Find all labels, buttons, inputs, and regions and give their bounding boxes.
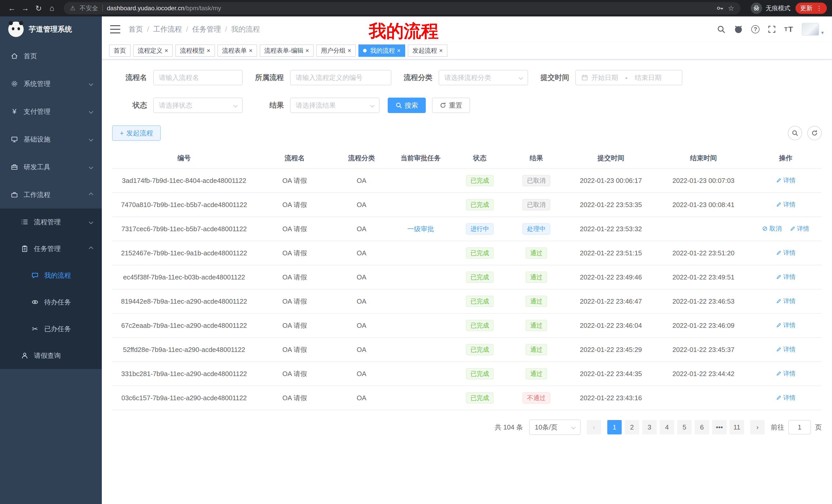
page-url[interactable]: dashboard.yudao.iocoder.cn/bpm/task/my (107, 5, 221, 12)
toggle-search-icon-button[interactable] (788, 126, 802, 140)
cell-result: 处理中 (508, 217, 565, 241)
page-button[interactable]: 4 (660, 420, 674, 435)
tab[interactable]: 首页 (109, 45, 131, 57)
goto-page-input[interactable] (788, 420, 811, 435)
tab-close-icon[interactable]: × (397, 48, 400, 54)
process-name-input[interactable] (159, 74, 237, 82)
category-select[interactable]: 请选择流程分类 (439, 70, 528, 85)
tab[interactable]: 发起流程 × (408, 45, 447, 57)
start-date-input[interactable]: 开始日期 (591, 73, 618, 82)
tab-close-icon[interactable]: × (347, 48, 351, 54)
detail-link[interactable]: 详情 (776, 321, 796, 329)
eye-icon (31, 298, 39, 306)
table-row: 7317cec6-7b9b-11ec-b5b7-acde48001122 OA … (112, 217, 822, 241)
detail-link[interactable]: 详情 (776, 394, 796, 402)
sidebar-item-my-process[interactable]: 我的流程 (0, 262, 102, 289)
update-button[interactable]: 更新 ⋮ (796, 3, 827, 14)
detail-link[interactable]: 详情 (776, 176, 796, 185)
sidebar-item-leave-query[interactable]: 请假查询 (0, 342, 102, 369)
tab[interactable]: 我的流程 × (358, 45, 405, 57)
table-row: 3ad174fb-7b9d-11ec-8404-acde48001122 OA … (112, 169, 822, 193)
page-button[interactable]: 3 (642, 420, 657, 435)
sidebar-item-process-mgmt[interactable]: 流程管理 (0, 208, 102, 235)
monitor-icon (10, 135, 19, 143)
hamburger-icon[interactable] (110, 25, 120, 33)
forward-icon[interactable]: → (19, 2, 32, 15)
sidebar-item-task-mgmt[interactable]: 任务管理 (0, 235, 102, 262)
detail-link[interactable]: 详情 (776, 345, 796, 354)
fullscreen-icon[interactable] (768, 25, 776, 33)
sidebar-item-workflow[interactable]: 工作流程 (0, 181, 102, 208)
current-task-link[interactable]: 一级审批 (407, 225, 434, 233)
page-size-select[interactable]: 10条/页 (529, 419, 580, 435)
avatar[interactable] (802, 23, 819, 36)
process-key-label: 所属流程 (249, 73, 290, 82)
tab-close-icon[interactable]: × (207, 48, 210, 54)
tab-close-icon[interactable]: × (306, 48, 309, 54)
next-page-button[interactable]: › (750, 420, 765, 435)
detail-link[interactable]: 详情 (790, 225, 809, 233)
cell-name: OA 请假 (256, 169, 333, 193)
end-date-input[interactable]: 结束日期 (635, 73, 661, 82)
cell-submit-time: 2022-01-22 23:53:32 (565, 217, 657, 241)
sidebar-item-todo-tasks[interactable]: 待办任务 (0, 289, 102, 315)
search-button[interactable]: 搜索 (388, 97, 426, 113)
sidebar-item-done-tasks[interactable]: ✂ 已办任务 (0, 315, 102, 342)
font-size-icon[interactable]: TT (784, 25, 794, 34)
sidebar-item-system[interactable]: 系统管理 (0, 70, 102, 97)
sidebar-item-home[interactable]: 首页 (0, 42, 102, 70)
browser-menu-icon[interactable]: ⋮ (816, 5, 822, 12)
incognito-badge: 无痕模式 (751, 3, 790, 14)
result-select[interactable]: 请选择流结果 (290, 97, 380, 113)
help-icon[interactable]: ? (751, 25, 759, 33)
process-key-input[interactable] (296, 74, 386, 82)
sidebar-item-payment[interactable]: ¥ 支付管理 (0, 97, 102, 125)
home-icon[interactable]: ⌂ (45, 2, 59, 15)
tab-close-icon[interactable]: × (439, 48, 443, 54)
sidebar-item-infra[interactable]: 基础设施 (0, 125, 102, 153)
user-menu[interactable]: ▾ (802, 23, 824, 36)
page-button[interactable]: 6 (695, 420, 709, 435)
tab-close-icon[interactable]: × (164, 48, 168, 54)
detail-link[interactable]: 详情 (776, 297, 796, 305)
page-button[interactable]: 1 (607, 420, 622, 435)
bookmark-star-icon[interactable]: ☆ (728, 4, 734, 12)
sidebar-item-devtools[interactable]: 研发工具 (0, 153, 102, 181)
password-key-icon[interactable] (716, 4, 724, 12)
cell-name: OA 请假 (256, 265, 333, 289)
create-process-button[interactable]: + 发起流程 (112, 125, 161, 141)
status-select[interactable]: 请选择状态 (153, 97, 243, 113)
page-button[interactable]: ••• (712, 420, 727, 435)
page-button[interactable]: 2 (625, 420, 639, 435)
page-button[interactable]: 5 (677, 420, 692, 435)
chevron-down-icon (89, 137, 93, 142)
tab[interactable]: 流程表单-编辑 × (260, 45, 314, 57)
tab[interactable]: 流程模型 × (175, 45, 215, 57)
reset-button[interactable]: 重置 (432, 97, 470, 113)
tab[interactable]: 用户分组 × (316, 45, 356, 57)
refresh-icon-button[interactable] (807, 126, 822, 140)
security-label[interactable]: 不安全 (80, 4, 98, 12)
cancel-link[interactable]: 取消 (762, 225, 782, 233)
detail-link[interactable]: 详情 (776, 369, 796, 377)
tab-close-icon[interactable]: × (249, 48, 253, 54)
search-icon[interactable] (717, 25, 726, 34)
back-icon[interactable]: ← (5, 2, 19, 15)
tab[interactable]: 流程表单 × (217, 45, 257, 57)
breadcrumb-home[interactable]: 首页 (129, 24, 143, 34)
reload-icon[interactable]: ↻ (32, 2, 45, 15)
detail-link[interactable]: 详情 (776, 273, 796, 281)
breadcrumb-workflow[interactable]: 工作流程 (153, 24, 182, 34)
prev-page-button[interactable]: ‹ (587, 420, 601, 435)
address-bar[interactable]: ⚠ 不安全 dashboard.yudao.iocoder.cn/bpm/tas… (64, 2, 740, 15)
table-row: 7470a810-7b9b-11ec-b5b7-acde48001122 OA … (112, 193, 822, 217)
breadcrumb-task-mgmt[interactable]: 任务管理 (192, 24, 221, 34)
page-button[interactable]: 11 (730, 420, 744, 435)
cell-end-time: 2022-01-22 23:49:51 (657, 265, 750, 289)
github-icon[interactable] (734, 25, 743, 34)
detail-link[interactable]: 详情 (776, 200, 796, 208)
submit-time-range[interactable]: 开始日期 - 结束日期 (575, 70, 682, 85)
detail-link[interactable]: 详情 (776, 249, 796, 257)
tab[interactable]: 流程定义 × (133, 45, 173, 57)
table-row: 67c2eaab-7b9a-11ec-a290-acde48001122 OA … (112, 313, 822, 338)
